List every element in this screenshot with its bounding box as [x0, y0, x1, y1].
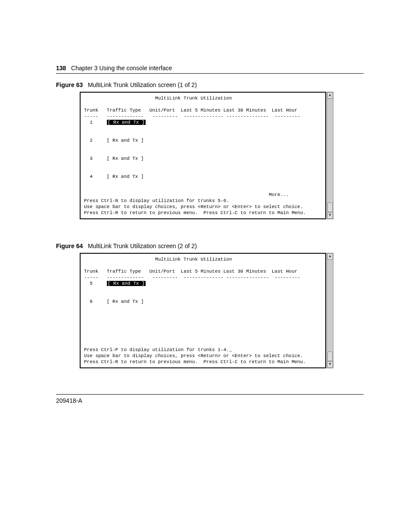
traffic-type[interactable]: [ Rx and Tx ] [107, 299, 144, 304]
running-header: 138 Chapter 3 Using the console interfac… [56, 65, 364, 72]
scrollbar[interactable]: ▲ ▼ [327, 92, 333, 219]
table-row: 6 [ Rx and Tx ] [84, 299, 144, 304]
scroll-down-icon[interactable]: ▼ [327, 361, 333, 368]
chapter-title: Chapter 3 Using the console interface [71, 65, 172, 72]
more-indicator: More... [84, 192, 289, 197]
scroll-up-icon[interactable]: ▲ [327, 253, 333, 260]
console-title: MultiLink Trunk Utilization [84, 257, 232, 262]
help-line: Press Ctrl-R to return to previous menu.… [84, 210, 306, 215]
help-line: Press Ctrl-P to display utilization for … [84, 347, 232, 352]
figure-63-caption-text: MultiLink Trunk Utilization screen (1 of… [88, 81, 197, 88]
table-separator: ----- ------------- --------- ----------… [84, 275, 300, 280]
page: 138 Chapter 3 Using the console interfac… [0, 0, 411, 430]
traffic-type[interactable]: [ Rx and Tx ] [107, 174, 144, 179]
doc-number: 209418-A [56, 397, 364, 404]
console-frame-2: MultiLink Trunk Utilization Trunk Traffi… [80, 253, 326, 368]
help-line: Press Ctrl-R to return to previous menu.… [84, 359, 306, 364]
table-row: 4 [ Rx and Tx ] [84, 174, 144, 179]
figure-63-label: Figure 63 [56, 81, 83, 88]
header-rule [56, 73, 364, 74]
console-frame-1: MultiLink Trunk Utilization Trunk Traffi… [80, 92, 326, 219]
table-header: Trunk Traffic Type Unit/Port Last 5 Minu… [84, 108, 297, 113]
table-row: 3 [ Rx and Tx ] [84, 156, 144, 161]
scrollbar[interactable]: ▲ ▼ [327, 253, 333, 368]
table-row: 2 [ Rx and Tx ] [84, 138, 144, 143]
table-row: 1 [ Rx and Tx ] [84, 120, 146, 125]
page-footer: 209418-A [56, 394, 364, 404]
help-line: Use space bar to display choices, press … [84, 353, 303, 358]
footer-rule [56, 394, 364, 395]
figure-63-caption: Figure 63 MultiLink Trunk Utilization sc… [56, 81, 364, 88]
page-number: 138 [56, 65, 66, 72]
traffic-type[interactable]: [ Rx and Tx ] [107, 138, 144, 143]
help-line: Use space bar to display choices, press … [84, 204, 303, 209]
table-header: Trunk Traffic Type Unit/Port Last 5 Minu… [84, 269, 297, 274]
traffic-type-selected[interactable]: [ Rx and Tx ] [107, 120, 146, 125]
figure-63-console: MultiLink Trunk Utilization Trunk Traffi… [80, 92, 332, 219]
scrollbar-thumb[interactable] [327, 202, 333, 212]
scroll-up-icon[interactable]: ▲ [327, 92, 333, 99]
table-separator: ----- ------------- --------- ----------… [84, 114, 300, 119]
table-row: 5 [ Rx and Tx ] [84, 281, 146, 286]
traffic-type[interactable]: [ Rx and Tx ] [107, 156, 144, 161]
console-title: MultiLink Trunk Utilization [84, 96, 232, 101]
figure-64-label: Figure 64 [56, 243, 83, 249]
figure-64-caption: Figure 64 MultiLink Trunk Utilization sc… [56, 243, 364, 249]
scrollbar-thumb[interactable] [327, 352, 333, 361]
figure-64-console: MultiLink Trunk Utilization Trunk Traffi… [80, 253, 332, 368]
figure-64-caption-text: MultiLink Trunk Utilization screen (2 of… [88, 243, 197, 249]
scroll-down-icon[interactable]: ▼ [327, 212, 333, 219]
traffic-type-selected[interactable]: [ Rx and Tx ] [107, 281, 146, 286]
help-line: Press Ctrl-N to display utilization for … [84, 198, 229, 203]
